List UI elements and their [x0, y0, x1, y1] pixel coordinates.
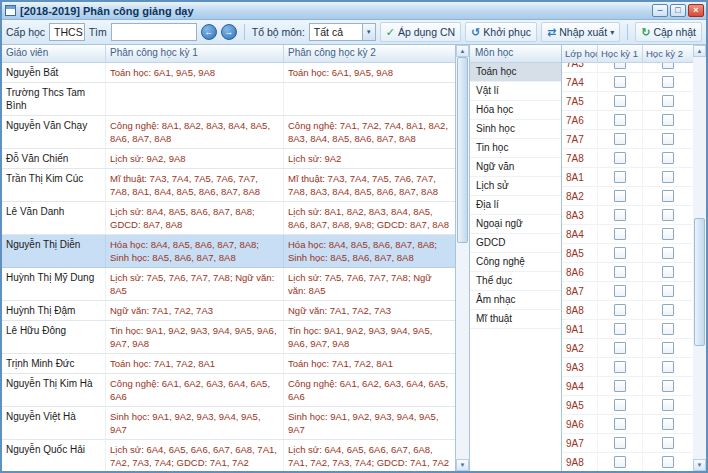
- sem2-checkbox[interactable]: [662, 418, 674, 430]
- teacher-name-cell[interactable]: Trường Thcs Tam Bình: [2, 83, 106, 115]
- teacher-row[interactable]: Trịnh Minh ĐứcToán học: 7A1, 7A2, 8A1Toá…: [2, 354, 455, 374]
- chevron-down-icon[interactable]: ▼: [362, 24, 375, 40]
- assignment-sem1-cell[interactable]: Công nghệ: 8A1, 8A2, 8A3, 8A4, 8A5, 8A6,…: [106, 116, 284, 148]
- sem2-checkbox[interactable]: [662, 399, 674, 411]
- sem1-checkbox[interactable]: [614, 361, 626, 373]
- subject-item[interactable]: Hóa học: [470, 101, 561, 120]
- teacher-name-cell[interactable]: Nguyễn Việt Hà: [2, 407, 106, 439]
- sem2-checkbox[interactable]: [662, 437, 674, 449]
- subject-item[interactable]: Ngoại ngữ: [470, 215, 561, 234]
- sem2-checkbox[interactable]: [662, 285, 674, 297]
- search-input[interactable]: [111, 23, 197, 41]
- subject-item[interactable]: Lịch sử: [470, 177, 561, 196]
- teacher-name-cell[interactable]: Huỳnh Thị Mỹ Dung: [2, 268, 106, 300]
- minimize-button[interactable]: –: [652, 4, 668, 17]
- teacher-name-cell[interactable]: Huỳnh Thị Đậm: [2, 301, 106, 320]
- teacher-row[interactable]: Nguyễn Việt HàSinh học: 9A1, 9A2, 9A3, 9…: [2, 407, 455, 440]
- sem2-checkbox[interactable]: [662, 133, 674, 145]
- teacher-name-cell[interactable]: Đỗ Văn Chiến: [2, 149, 106, 168]
- teacher-row[interactable]: Huỳnh Thị ĐậmNgữ văn: 7A1, 7A2, 7A3Ngữ v…: [2, 301, 455, 321]
- sem2-checkbox[interactable]: [662, 456, 674, 468]
- assignment-sem2-cell[interactable]: Công nghệ: 7A1, 7A2, 7A4, 8A1, 8A2, 8A3,…: [284, 116, 455, 148]
- scrollbar-thumb[interactable]: [457, 57, 468, 243]
- subject-item[interactable]: Ngữ văn: [470, 158, 561, 177]
- sem1-checkbox[interactable]: [614, 456, 626, 468]
- assignment-sem1-cell[interactable]: [106, 83, 284, 115]
- teacher-row[interactable]: Trường Thcs Tam Bình: [2, 83, 455, 116]
- sem2-checkbox[interactable]: [662, 171, 674, 183]
- teacher-row[interactable]: Đỗ Văn ChiếnLịch sử: 9A2, 9A8Lịch sử: 9A…: [2, 149, 455, 169]
- column-header-giao-vien[interactable]: Giáo viên: [2, 45, 106, 62]
- column-header-phan-cong-hk2[interactable]: Phân công học kỳ 2: [284, 45, 455, 62]
- teacher-row[interactable]: Trần Thị Kim CúcMĩ thuật: 7A3, 7A4, 7A5,…: [2, 169, 455, 202]
- assignment-sem1-cell[interactable]: Tin học: 9A1, 9A2, 9A3, 9A4, 9A5, 9A6, 9…: [106, 321, 284, 353]
- sem2-checkbox[interactable]: [662, 76, 674, 88]
- scroll-up-icon[interactable]: ▲: [693, 45, 706, 57]
- teacher-row[interactable]: Nguyễn BấtToán học: 6A1, 9A5, 9A8Toán họ…: [2, 63, 455, 83]
- assignment-sem2-cell[interactable]: Mĩ thuật: 7A3, 7A4, 7A5, 7A6, 7A7, 7A8, …: [284, 169, 455, 201]
- assignment-sem2-cell[interactable]: Lịch sử: 8A1, 8A2, 8A3, 8A4, 8A5, 8A6, 8…: [284, 202, 455, 234]
- sem2-checkbox[interactable]: [662, 228, 674, 240]
- assignment-sem2-cell[interactable]: Ngữ văn: 7A1, 7A2, 7A3: [284, 301, 455, 320]
- sem1-checkbox[interactable]: [614, 323, 626, 335]
- sem1-checkbox[interactable]: [614, 247, 626, 259]
- sem1-checkbox[interactable]: [614, 76, 626, 88]
- teacher-name-cell[interactable]: Nguyễn Văn Chạy: [2, 116, 106, 148]
- column-header-lop-hoc[interactable]: Lớp học: [562, 45, 598, 62]
- assignment-sem1-cell[interactable]: Toán học: 7A1, 7A2, 8A1: [106, 354, 284, 373]
- teacher-name-cell[interactable]: Lê Hữu Đông: [2, 321, 106, 353]
- sem2-checkbox[interactable]: [662, 152, 674, 164]
- sem1-checkbox[interactable]: [614, 304, 626, 316]
- sem1-checkbox[interactable]: [614, 437, 626, 449]
- cap-hoc-dropdown[interactable]: THCS ▼: [49, 23, 85, 41]
- teacher-name-cell[interactable]: Nguyễn Bất: [2, 63, 106, 82]
- teacher-name-cell[interactable]: Nguyễn Thị Diễn: [2, 235, 106, 267]
- teacher-name-cell[interactable]: Trần Thị Kim Cúc: [2, 169, 106, 201]
- sem1-checkbox[interactable]: [614, 63, 626, 69]
- sem2-checkbox[interactable]: [662, 190, 674, 202]
- sem2-checkbox[interactable]: [662, 380, 674, 392]
- assignment-sem1-cell[interactable]: Mĩ thuật: 7A3, 7A4, 7A5, 7A6, 7A7, 7A8, …: [106, 169, 284, 201]
- sem2-checkbox[interactable]: [662, 342, 674, 354]
- sem2-checkbox[interactable]: [662, 63, 674, 69]
- assignment-sem1-cell[interactable]: Lịch sử: 9A2, 9A8: [106, 149, 284, 168]
- subject-item[interactable]: Địa lí: [470, 196, 561, 215]
- subject-item[interactable]: Tin học: [470, 139, 561, 158]
- nhap-xuat-button[interactable]: ⇄ Nhập xuất ▾: [541, 22, 620, 42]
- sem1-checkbox[interactable]: [614, 380, 626, 392]
- close-button[interactable]: ×: [688, 4, 704, 17]
- sem1-checkbox[interactable]: [614, 133, 626, 145]
- cap-nhat-button[interactable]: ↻ Cập nhật: [635, 22, 702, 42]
- subject-item[interactable]: Thể dục: [470, 272, 561, 291]
- subject-item[interactable]: Sinh học: [470, 120, 561, 139]
- subject-item[interactable]: Công nghệ: [470, 253, 561, 272]
- assignment-sem2-cell[interactable]: Lịch sử: 6A4, 6A5, 6A6, 6A7, 6A8, 7A1, 7…: [284, 440, 455, 471]
- subject-item[interactable]: GDCD: [470, 234, 561, 253]
- column-header-hoc-ky-2[interactable]: Học kỳ 2: [643, 45, 693, 62]
- sem1-checkbox[interactable]: [614, 285, 626, 297]
- assignment-sem2-cell[interactable]: Tin học: 9A1, 9A2, 9A3, 9A4, 9A5, 9A6, 9…: [284, 321, 455, 353]
- assignment-sem1-cell[interactable]: Toán học: 6A1, 9A5, 9A8: [106, 63, 284, 82]
- scroll-down-icon[interactable]: ▼: [456, 459, 469, 471]
- sem1-checkbox[interactable]: [614, 266, 626, 278]
- sem2-checkbox[interactable]: [662, 304, 674, 316]
- sem2-checkbox[interactable]: [662, 114, 674, 126]
- teacher-name-cell[interactable]: Nguyễn Thị Kim Hà: [2, 374, 106, 406]
- sem1-checkbox[interactable]: [614, 399, 626, 411]
- sem1-checkbox[interactable]: [614, 171, 626, 183]
- teacher-row[interactable]: Lê Văn DanhLịch sử: 8A4, 8A5, 8A6, 8A7, …: [2, 202, 455, 235]
- sem1-checkbox[interactable]: [614, 418, 626, 430]
- teacher-row[interactable]: Nguyễn Quốc HảiLịch sử: 6A4, 6A5, 6A6, 6…: [2, 440, 455, 471]
- column-header-hoc-ky-1[interactable]: Học kỳ 1: [598, 45, 643, 62]
- assignment-sem1-cell[interactable]: Ngữ văn: 7A1, 7A2, 7A3: [106, 301, 284, 320]
- back-arrow-icon[interactable]: ←: [201, 24, 217, 40]
- subject-item[interactable]: Vật lí: [470, 82, 561, 101]
- assignment-sem1-cell[interactable]: Lịch sử: 6A4, 6A5, 6A6, 6A7, 6A8, 7A1, 7…: [106, 440, 284, 471]
- teacher-row[interactable]: Huỳnh Thị Mỹ DungLịch sử: 7A5, 7A6, 7A7,…: [2, 268, 455, 301]
- sem1-checkbox[interactable]: [614, 228, 626, 240]
- khoi-phuc-button[interactable]: ↺ Khởi phục: [465, 22, 537, 42]
- assignment-sem1-cell[interactable]: Hóa học: 8A4, 8A5, 8A6, 8A7, 8A8; Sinh h…: [106, 235, 284, 267]
- ap-dung-cn-button[interactable]: ✓ Áp dụng CN: [380, 22, 461, 42]
- sem2-checkbox[interactable]: [662, 323, 674, 335]
- subject-item[interactable]: Mĩ thuật: [470, 310, 561, 329]
